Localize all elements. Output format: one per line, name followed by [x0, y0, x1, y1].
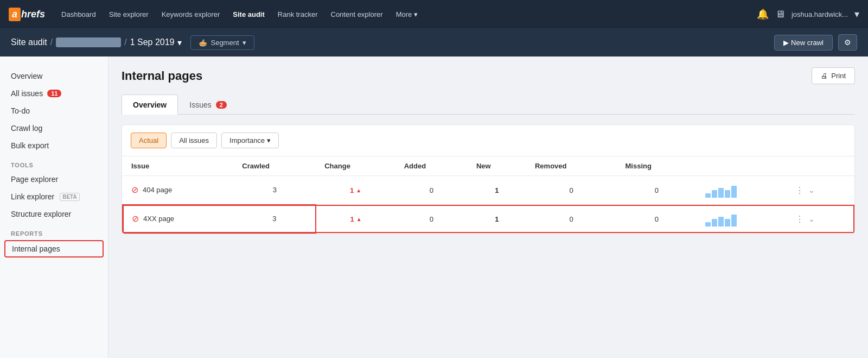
nav-item-dashboard[interactable]: Dashboard — [56, 7, 101, 22]
sidebar-all-issues-label: All issues — [11, 89, 43, 98]
sidebar-overview-label: Overview — [11, 72, 42, 80]
issue-name-4xx: 4XX page — [143, 215, 174, 223]
internal-pages-label: Internal pages — [12, 244, 60, 253]
sidebar-item-page-explorer[interactable]: Page explorer — [0, 171, 108, 188]
breadcrumb-sep-1: / — [50, 37, 53, 47]
sidebar-item-link-explorer[interactable]: Link explorer BETA — [0, 188, 108, 205]
bar-1 — [705, 193, 711, 198]
change-value-4xx: 1 — [350, 215, 354, 223]
expand-icon-404[interactable]: ⌄ — [808, 186, 815, 194]
all-issues-badge: 11 — [47, 90, 61, 97]
actions-4xx: ⋮ ⌄ — [787, 205, 854, 234]
sidebar-crawl-log-label: Crawl log — [11, 124, 42, 133]
tabs: Overview Issues 2 — [122, 94, 855, 115]
monitor-icon[interactable]: 🖥 — [775, 9, 785, 20]
sidebar-item-internal-pages[interactable]: Internal pages — [4, 240, 104, 257]
main-content: Internal pages 🖨 Print Overview Issues 2… — [108, 56, 868, 358]
change-arrow-4xx: ▲ — [356, 216, 362, 222]
nav-item-content-explorer[interactable]: Content explorer — [326, 7, 388, 22]
sidebar-item-crawl-log[interactable]: Crawl log — [0, 120, 108, 137]
new-4xx: 1 — [468, 205, 526, 234]
sidebar-item-structure-explorer[interactable]: Structure explorer — [0, 205, 108, 223]
nav-item-site-audit[interactable]: Site audit — [227, 7, 270, 22]
actual-filter-button[interactable]: Actual — [131, 133, 167, 148]
removed-4xx: 0 — [526, 205, 617, 234]
dots-menu-icon-4xx[interactable]: ⋮ — [795, 214, 804, 224]
table-header: Issue Crawled Change Added New Removed M… — [123, 156, 854, 176]
structure-explorer-label: Structure explorer — [11, 210, 71, 218]
logo[interactable]: a hrefs — [9, 8, 45, 21]
change-arrow-404: ▲ — [356, 187, 361, 193]
filter-bar: Actual All issues Importance ▾ — [122, 125, 854, 156]
nav-items: Dashboard Site explorer Keywords explore… — [56, 7, 757, 22]
sidebar-item-bulk-export[interactable]: Bulk export — [0, 137, 108, 154]
expand-icon-4xx[interactable]: ⌄ — [808, 215, 815, 223]
new-crawl-button[interactable]: ▶ New crawl — [774, 35, 833, 51]
error-icon-4xx: ⊘ — [132, 213, 139, 224]
bar-2 — [712, 219, 717, 227]
main-layout: Overview All issues 11 To-do Crawl log B… — [0, 56, 868, 358]
reports-section-title: REPORTS — [0, 223, 108, 239]
segment-button[interactable]: 🥧 Segment ▾ — [190, 35, 254, 50]
col-chart — [697, 156, 787, 176]
content-card: Actual All issues Importance ▾ Issue Cra… — [122, 124, 855, 234]
col-removed: Removed — [526, 156, 617, 176]
bar-1 — [705, 222, 711, 227]
dots-menu-icon-404[interactable]: ⋮ — [795, 185, 804, 196]
table-row-highlighted: ⊘ 4XX page 3 1 ▲ 0 1 — [123, 205, 854, 234]
breadcrumb-right: ▶ New crawl ⚙ — [774, 34, 857, 51]
bar-3 — [718, 217, 724, 227]
bar-5 — [731, 186, 737, 198]
change-value-404: 1 — [350, 186, 354, 194]
nav-item-site-explorer[interactable]: Site explorer — [104, 7, 154, 22]
bar-5 — [731, 215, 737, 227]
user-dropdown-icon[interactable]: ▾ — [854, 8, 859, 20]
breadcrumb-date-arrow[interactable]: ▾ — [177, 37, 182, 48]
breadcrumb-date[interactable]: 1 Sep 2019 — [130, 37, 175, 47]
tab-overview-label: Overview — [133, 101, 167, 109]
breadcrumb-sep-2: / — [124, 37, 126, 47]
nav-right: 🔔 🖥 joshua.hardwick... ▾ — [757, 8, 859, 20]
settings-button[interactable]: ⚙ — [838, 34, 857, 51]
page-title: Internal pages — [122, 69, 202, 83]
chart-404 — [697, 176, 787, 205]
bar-chart-4xx — [705, 211, 778, 227]
tab-issues[interactable]: Issues 2 — [178, 95, 238, 115]
missing-404: 0 — [616, 176, 697, 205]
all-issues-filter-button[interactable]: All issues — [171, 133, 217, 148]
change-404: 1 ▲ — [316, 176, 395, 205]
page-explorer-label: Page explorer — [11, 175, 58, 184]
col-change: Change — [316, 156, 395, 176]
tab-overview[interactable]: Overview — [122, 95, 178, 115]
print-button[interactable]: 🖨 Print — [812, 67, 855, 84]
bell-icon[interactable]: 🔔 — [757, 8, 769, 20]
col-new: New — [468, 156, 526, 176]
page-header: Internal pages 🖨 Print — [122, 67, 855, 84]
nav-item-keywords-explorer[interactable]: Keywords explorer — [156, 7, 226, 22]
segment-label: Segment — [210, 39, 239, 47]
tools-section-title: TOOLS — [0, 154, 108, 171]
print-label: Print — [831, 72, 846, 80]
sidebar-item-all-issues[interactable]: All issues 11 — [0, 85, 108, 102]
importance-filter-button[interactable]: Importance ▾ — [221, 133, 279, 148]
crawled-404: 3 — [233, 176, 316, 205]
bar-chart-404 — [705, 183, 778, 198]
breadcrumb: Site audit / / 1 Sep 2019 ▾ 🥧 Segment ▾ — [11, 35, 774, 50]
tab-issues-badge: 2 — [216, 101, 227, 109]
tab-issues-label: Issues — [189, 101, 211, 109]
logo-hrefs-text: hrefs — [21, 9, 45, 20]
issues-table: Issue Crawled Change Added New Removed M… — [122, 156, 854, 234]
nav-item-more[interactable]: More ▾ — [391, 7, 423, 22]
added-404: 0 — [395, 176, 468, 205]
sidebar-item-overview[interactable]: Overview — [0, 67, 108, 85]
col-missing: Missing — [616, 156, 697, 176]
chart-4xx — [697, 205, 787, 234]
table-row: ⊘ 404 page 3 1 ▲ 0 1 — [123, 176, 854, 205]
user-menu[interactable]: joshua.hardwick... — [792, 10, 848, 18]
nav-item-rank-tracker[interactable]: Rank tracker — [272, 7, 323, 22]
logo-a-letter: a — [9, 8, 21, 21]
breadcrumb-site-audit: Site audit — [11, 37, 47, 47]
sidebar-item-todo[interactable]: To-do — [0, 102, 108, 120]
col-actions — [787, 156, 854, 176]
link-explorer-beta-badge: BETA — [60, 193, 79, 201]
